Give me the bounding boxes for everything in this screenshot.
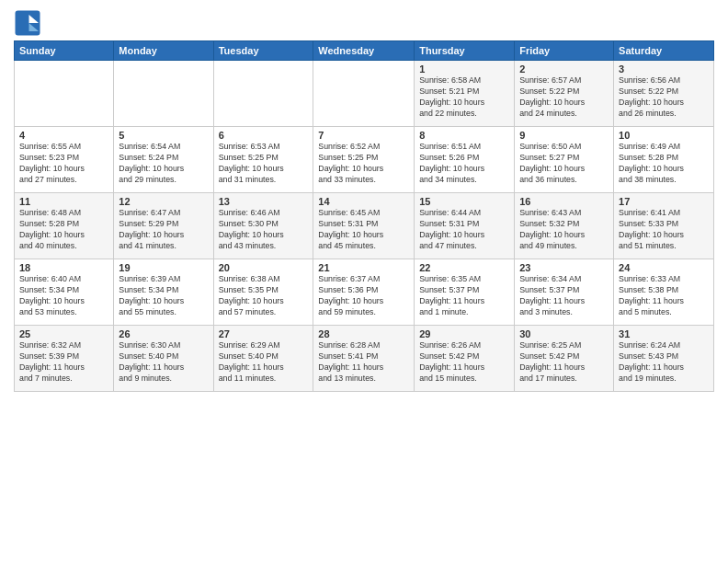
day-info: Sunrise: 6:52 AM Sunset: 5:25 PM Dayligh… <box>318 142 409 186</box>
day-number: 10 <box>619 130 709 141</box>
day-info: Sunrise: 6:55 AM Sunset: 5:23 PM Dayligh… <box>19 142 108 186</box>
day-number: 14 <box>318 196 409 207</box>
logo-icon <box>14 9 41 37</box>
day-number: 4 <box>19 130 108 141</box>
day-cell: 4Sunrise: 6:55 AM Sunset: 5:23 PM Daylig… <box>15 127 114 193</box>
col-header-tuesday: Tuesday <box>213 41 313 61</box>
day-cell <box>213 61 313 127</box>
day-info: Sunrise: 6:47 AM Sunset: 5:29 PM Dayligh… <box>119 208 208 252</box>
day-cell: 12Sunrise: 6:47 AM Sunset: 5:29 PM Dayli… <box>114 193 213 259</box>
day-cell: 31Sunrise: 6:24 AM Sunset: 5:43 PM Dayli… <box>614 326 714 392</box>
day-number: 8 <box>419 130 509 141</box>
day-info: Sunrise: 6:49 AM Sunset: 5:28 PM Dayligh… <box>619 142 709 186</box>
day-cell: 27Sunrise: 6:29 AM Sunset: 5:40 PM Dayli… <box>213 326 313 392</box>
day-number: 3 <box>619 63 709 75</box>
day-info: Sunrise: 6:30 AM Sunset: 5:40 PM Dayligh… <box>119 340 208 385</box>
day-cell: 24Sunrise: 6:33 AM Sunset: 5:38 PM Dayli… <box>614 259 714 326</box>
day-number: 16 <box>519 196 609 207</box>
day-number: 17 <box>619 196 709 207</box>
day-cell: 21Sunrise: 6:37 AM Sunset: 5:36 PM Dayli… <box>313 259 415 326</box>
day-info: Sunrise: 6:46 AM Sunset: 5:30 PM Dayligh… <box>219 208 309 252</box>
day-info: Sunrise: 6:48 AM Sunset: 5:28 PM Dayligh… <box>19 208 108 252</box>
day-cell: 18Sunrise: 6:40 AM Sunset: 5:34 PM Dayli… <box>15 259 114 326</box>
day-info: Sunrise: 6:35 AM Sunset: 5:37 PM Dayligh… <box>419 274 509 318</box>
day-info: Sunrise: 6:33 AM Sunset: 5:38 PM Dayligh… <box>619 274 709 318</box>
day-number: 19 <box>119 262 208 273</box>
day-number: 26 <box>119 328 208 339</box>
day-info: Sunrise: 6:51 AM Sunset: 5:26 PM Dayligh… <box>419 142 509 186</box>
col-header-wednesday: Wednesday <box>313 41 415 61</box>
day-number: 28 <box>318 328 409 339</box>
day-cell <box>114 61 213 127</box>
day-cell: 11Sunrise: 6:48 AM Sunset: 5:28 PM Dayli… <box>15 193 114 259</box>
day-cell <box>313 61 415 127</box>
day-cell: 17Sunrise: 6:41 AM Sunset: 5:33 PM Dayli… <box>614 193 714 259</box>
day-info: Sunrise: 6:34 AM Sunset: 5:37 PM Dayligh… <box>519 274 609 318</box>
day-info: Sunrise: 6:28 AM Sunset: 5:41 PM Dayligh… <box>318 340 409 385</box>
day-info: Sunrise: 6:26 AM Sunset: 5:42 PM Dayligh… <box>419 340 509 385</box>
day-number: 22 <box>419 262 509 273</box>
col-header-saturday: Saturday <box>614 41 714 61</box>
day-cell: 26Sunrise: 6:30 AM Sunset: 5:40 PM Dayli… <box>114 326 213 392</box>
day-info: Sunrise: 6:56 AM Sunset: 5:22 PM Dayligh… <box>619 75 709 120</box>
day-info: Sunrise: 6:24 AM Sunset: 5:43 PM Dayligh… <box>619 340 709 385</box>
week-row-2: 4Sunrise: 6:55 AM Sunset: 5:23 PM Daylig… <box>15 127 714 193</box>
week-row-4: 18Sunrise: 6:40 AM Sunset: 5:34 PM Dayli… <box>15 259 714 326</box>
day-cell: 15Sunrise: 6:44 AM Sunset: 5:31 PM Dayli… <box>415 193 515 259</box>
day-cell: 19Sunrise: 6:39 AM Sunset: 5:34 PM Dayli… <box>114 259 213 326</box>
day-cell: 13Sunrise: 6:46 AM Sunset: 5:30 PM Dayli… <box>213 193 313 259</box>
calendar-table: SundayMondayTuesdayWednesdayThursdayFrid… <box>14 40 714 392</box>
col-header-friday: Friday <box>515 41 614 61</box>
week-row-3: 11Sunrise: 6:48 AM Sunset: 5:28 PM Dayli… <box>15 193 714 259</box>
day-info: Sunrise: 6:32 AM Sunset: 5:39 PM Dayligh… <box>19 340 108 385</box>
day-info: Sunrise: 6:25 AM Sunset: 5:42 PM Dayligh… <box>519 340 609 385</box>
day-number: 1 <box>419 63 509 75</box>
col-header-sunday: Sunday <box>15 41 114 61</box>
day-number: 30 <box>519 328 609 339</box>
day-number: 6 <box>219 130 309 141</box>
day-info: Sunrise: 6:54 AM Sunset: 5:24 PM Dayligh… <box>119 142 208 186</box>
day-cell: 1Sunrise: 6:58 AM Sunset: 5:21 PM Daylig… <box>415 61 515 127</box>
day-cell: 23Sunrise: 6:34 AM Sunset: 5:37 PM Dayli… <box>515 259 614 326</box>
day-cell: 20Sunrise: 6:38 AM Sunset: 5:35 PM Dayli… <box>213 259 313 326</box>
day-number: 15 <box>419 196 509 207</box>
day-info: Sunrise: 6:50 AM Sunset: 5:27 PM Dayligh… <box>519 142 609 186</box>
day-number: 23 <box>519 262 609 273</box>
day-cell: 7Sunrise: 6:52 AM Sunset: 5:25 PM Daylig… <box>313 127 415 193</box>
day-number: 20 <box>219 262 309 273</box>
day-cell: 10Sunrise: 6:49 AM Sunset: 5:28 PM Dayli… <box>614 127 714 193</box>
page: SundayMondayTuesdayWednesdayThursdayFrid… <box>0 0 728 563</box>
day-info: Sunrise: 6:57 AM Sunset: 5:22 PM Dayligh… <box>519 75 609 120</box>
day-cell: 29Sunrise: 6:26 AM Sunset: 5:42 PM Dayli… <box>415 326 515 392</box>
day-number: 31 <box>619 328 709 339</box>
header-row: SundayMondayTuesdayWednesdayThursdayFrid… <box>15 41 714 61</box>
header <box>14 9 714 37</box>
day-cell <box>15 61 114 127</box>
day-number: 24 <box>619 262 709 273</box>
day-cell: 2Sunrise: 6:57 AM Sunset: 5:22 PM Daylig… <box>515 61 614 127</box>
day-info: Sunrise: 6:38 AM Sunset: 5:35 PM Dayligh… <box>219 274 309 318</box>
col-header-thursday: Thursday <box>415 41 515 61</box>
day-cell: 16Sunrise: 6:43 AM Sunset: 5:32 PM Dayli… <box>515 193 614 259</box>
day-cell: 5Sunrise: 6:54 AM Sunset: 5:24 PM Daylig… <box>114 127 213 193</box>
day-cell: 30Sunrise: 6:25 AM Sunset: 5:42 PM Dayli… <box>515 326 614 392</box>
day-info: Sunrise: 6:45 AM Sunset: 5:31 PM Dayligh… <box>318 208 409 252</box>
day-number: 2 <box>519 63 609 75</box>
day-cell: 14Sunrise: 6:45 AM Sunset: 5:31 PM Dayli… <box>313 193 415 259</box>
week-row-5: 25Sunrise: 6:32 AM Sunset: 5:39 PM Dayli… <box>15 326 714 392</box>
day-number: 18 <box>19 262 108 273</box>
day-info: Sunrise: 6:29 AM Sunset: 5:40 PM Dayligh… <box>219 340 309 385</box>
day-number: 9 <box>519 130 609 141</box>
col-header-monday: Monday <box>114 41 213 61</box>
day-info: Sunrise: 6:39 AM Sunset: 5:34 PM Dayligh… <box>119 274 208 318</box>
day-cell: 28Sunrise: 6:28 AM Sunset: 5:41 PM Dayli… <box>313 326 415 392</box>
day-number: 12 <box>119 196 208 207</box>
day-info: Sunrise: 6:44 AM Sunset: 5:31 PM Dayligh… <box>419 208 509 252</box>
day-number: 5 <box>119 130 208 141</box>
day-number: 11 <box>19 196 108 207</box>
day-number: 29 <box>419 328 509 339</box>
day-info: Sunrise: 6:37 AM Sunset: 5:36 PM Dayligh… <box>318 274 409 318</box>
day-number: 25 <box>19 328 108 339</box>
day-cell: 8Sunrise: 6:51 AM Sunset: 5:26 PM Daylig… <box>415 127 515 193</box>
day-cell: 9Sunrise: 6:50 AM Sunset: 5:27 PM Daylig… <box>515 127 614 193</box>
